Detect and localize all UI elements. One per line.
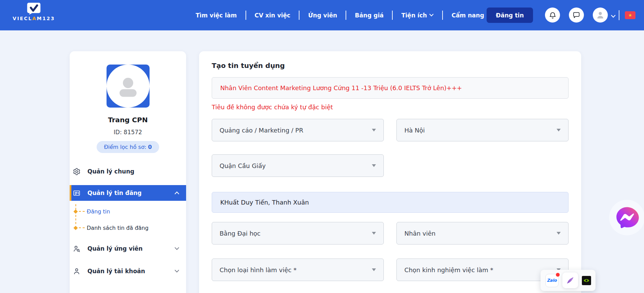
category-select[interactable]: Quảng cáo / Marketing / PR [212, 119, 384, 141]
diamond-bullet-icon [73, 209, 78, 214]
sidebar-item-quan-ly-tin-dang[interactable]: Quản lý tin đăng [70, 185, 186, 201]
nav-item-label: CV xin việc [255, 12, 291, 19]
filter-score-label: Điểm lọc hồ sơ: [104, 144, 148, 150]
avatar-person-icon [595, 10, 605, 20]
feather-pen-button[interactable] [562, 273, 578, 288]
submenu-rail [75, 204, 76, 224]
category-value: Quảng cáo / Marketing / PR [220, 127, 303, 134]
job-title-error: Tiêu đề không được chứa ký tự đặc biệt [212, 103, 569, 111]
page-title: Tạo tin tuyển dụng [212, 61, 569, 70]
feather-pen-icon [565, 276, 575, 285]
person-search-icon [73, 245, 81, 253]
nav-item-label: Bảng giá [355, 12, 383, 19]
chat-bubble-icon [573, 11, 580, 19]
experience-placeholder: Chọn kinh nghiệm việc làm * [404, 266, 493, 274]
chevron-down-icon [429, 14, 434, 17]
messenger-icon [614, 205, 640, 231]
position-value: Nhân viên [404, 230, 435, 237]
quick-launch-dock: Zalo [541, 270, 596, 291]
job-title-input[interactable]: Nhân Viên Content Marketing Lương Cứng 1… [212, 77, 569, 99]
bell-icon [549, 11, 557, 19]
caret-down-icon [557, 129, 561, 131]
account-sidebar: Trang CPN ID: 81572 Điểm lọc hồ sơ: 0 Qu… [70, 51, 186, 293]
filter-score-value: 0 [148, 144, 152, 150]
nav-item-ung-vien[interactable]: Ứng viên [299, 12, 346, 19]
user-name: Trang CPN [70, 116, 186, 124]
gear-icon [73, 168, 81, 176]
caret-down-icon [372, 232, 376, 235]
avatar-circle [107, 65, 150, 108]
nvidia-icon[interactable] [582, 276, 591, 285]
district-value: Quận Cầu Giấy [220, 162, 266, 169]
job-title-value: Nhân Viên Content Marketing Lương Cứng 1… [220, 84, 462, 92]
empty-cell [396, 154, 569, 177]
sidebar-item-label: Quản lý tài khoản [87, 268, 145, 275]
caret-down-icon [372, 129, 376, 131]
sidebar-subitem-dang-tin[interactable]: Đăng tin [70, 206, 186, 217]
nav-item-tien-ich[interactable]: Tiện ích [393, 12, 442, 19]
caret-down-icon [557, 232, 561, 235]
filter-score-badge[interactable]: Điểm lọc hồ sơ: 0 [97, 141, 159, 153]
city-select[interactable]: Hà Nội [396, 119, 569, 141]
nav-item-label: Cẩm nang [451, 12, 484, 19]
sidebar-subitem-label: Đăng tin [87, 208, 110, 215]
nav-item-cv-xin-viec[interactable]: CV xin việc [246, 12, 299, 19]
nav-item-bang-gia[interactable]: Bảng giá [346, 12, 392, 19]
nav-item-label: Ứng viên [308, 12, 337, 19]
nav-item-label: Tìm việc làm [196, 12, 237, 19]
top-navbar: VIECLAM123 Tìm việc làm CV xin việc Ứng … [0, 0, 644, 30]
education-select[interactable]: Bằng Đại học [212, 222, 384, 245]
work-type-placeholder: Chọn loại hình làm việc * [220, 266, 296, 274]
caret-down-icon [372, 164, 376, 167]
nav-divider [619, 10, 619, 20]
chevron-down-icon [174, 269, 179, 273]
sidebar-submenu: Đăng tin Danh sách tin đã đăng [70, 206, 186, 233]
sidebar-item-quan-ly-chung[interactable]: Quản lý chung [70, 163, 186, 180]
messenger-chat-button[interactable] [614, 205, 640, 231]
zalo-icon[interactable]: Zalo [545, 274, 559, 287]
main-nav: Tìm việc làm CV xin việc Ứng viên Bảng g… [187, 0, 500, 30]
logo-text: VIECLAM123 [13, 16, 55, 21]
address-input[interactable]: KHuất Duy Tiến, Thanh Xuân [212, 192, 569, 213]
post-job-button[interactable]: Đăng tin [487, 8, 533, 23]
work-type-select[interactable]: Chọn loại hình làm việc * [212, 259, 384, 281]
user-avatar[interactable] [107, 65, 150, 108]
chevron-up-icon [174, 191, 179, 195]
chat-button[interactable] [569, 8, 584, 23]
nav-item-label: Tiện ích [401, 12, 427, 19]
logo-check-icon [27, 3, 41, 15]
create-job-post-panel: Tạo tin tuyển dụng Nhân Viên Content Mar… [199, 51, 581, 293]
post-job-button-label: Đăng tin [496, 12, 524, 19]
sidebar-menu: Quản lý chung Quản lý tin đăng Đăng tin … [70, 163, 186, 279]
diamond-bullet-icon [73, 226, 78, 230]
city-value: Hà Nội [404, 127, 425, 134]
chevron-down-icon [174, 247, 179, 250]
dash-connector [79, 211, 85, 212]
user-id: ID: 81572 [70, 129, 186, 136]
sidebar-subitem-label: Danh sách tin đã đăng [87, 225, 149, 231]
sidebar-item-quan-ly-tai-khoan[interactable]: Quản lý tài khoản [70, 263, 186, 279]
caret-down-icon [372, 268, 376, 271]
address-value: KHuất Duy Tiến, Thanh Xuân [220, 199, 309, 206]
nav-item-tim-viec-lam[interactable]: Tìm việc làm [187, 12, 246, 19]
account-avatar-button[interactable] [593, 8, 608, 23]
zalo-label: Zalo [547, 278, 557, 283]
page: VIECLAM123 Tìm việc làm CV xin việc Ứng … [0, 0, 644, 293]
person-icon [73, 267, 81, 275]
notification-bell-button[interactable] [545, 8, 560, 23]
brand-logo[interactable]: VIECLAM123 [15, 3, 53, 21]
position-select[interactable]: Nhân viên [396, 222, 569, 245]
account-chevron-down-icon[interactable] [611, 13, 616, 19]
education-value: Bằng Đại học [220, 230, 261, 237]
notification-dot [556, 273, 560, 277]
sidebar-subitem-danh-sach-tin[interactable]: Danh sách tin đã đăng [70, 223, 186, 233]
sidebar-item-label: Quản lý chung [87, 168, 134, 175]
vietnam-flag-icon[interactable]: ★ [625, 11, 635, 19]
dash-connector [79, 227, 85, 228]
sidebar-item-quan-ly-ung-vien[interactable]: Quản lý ứng viên [70, 240, 186, 257]
news-icon [73, 189, 81, 197]
sidebar-item-label: Quản lý ứng viên [87, 245, 143, 252]
person-placeholder-icon [114, 72, 142, 100]
district-select[interactable]: Quận Cầu Giấy [212, 154, 384, 177]
sidebar-item-label: Quản lý tin đăng [87, 190, 142, 196]
